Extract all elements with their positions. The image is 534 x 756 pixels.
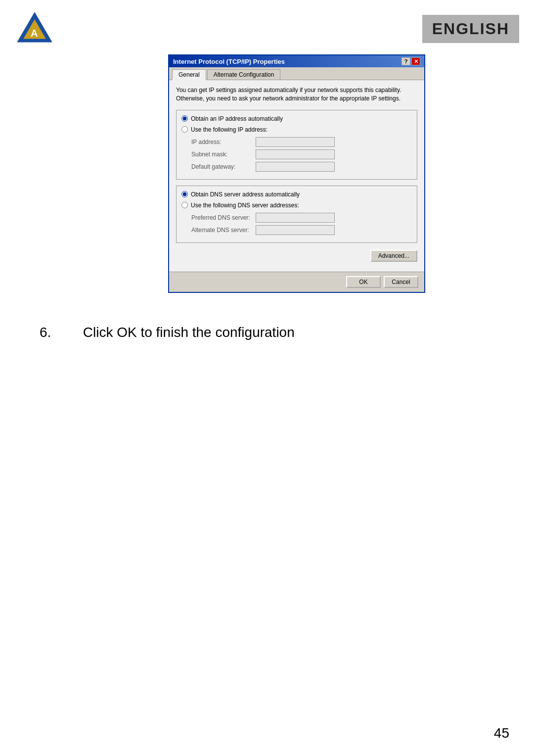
preferred-dns-row: Preferred DNS server:: [181, 213, 412, 223]
dialog-content: You can get IP settings assigned automat…: [169, 80, 424, 272]
step-number: 6.: [40, 323, 79, 342]
ok-button[interactable]: OK: [346, 276, 381, 288]
radio-use-following-dns[interactable]: Use the following DNS server addresses:: [181, 202, 412, 209]
dns-section: Obtain DNS server address automatically …: [176, 186, 417, 243]
step-instruction: 6. Click OK to finish the configuration: [0, 308, 534, 352]
close-button[interactable]: ✕: [411, 57, 420, 65]
tab-alternate-config[interactable]: Alternate Configuration: [207, 69, 281, 80]
help-button[interactable]: ?: [401, 57, 410, 65]
subnet-mask-label: Subnet mask:: [191, 151, 256, 158]
ip-address-row: IP address:: [181, 137, 412, 147]
default-gateway-input[interactable]: [256, 162, 335, 172]
radio-manual-dns-input[interactable]: [181, 202, 188, 208]
advanced-button[interactable]: Advanced...: [370, 250, 417, 262]
radio-auto-dns-input[interactable]: [181, 191, 188, 197]
step-text: Click OK to finish the configuration: [83, 325, 295, 340]
page-number: 45: [494, 725, 509, 741]
dialog-title: Internet Protocol (TCP/IP) Properties: [173, 58, 285, 65]
language-badge: ENGLISH: [422, 15, 519, 43]
preferred-dns-input[interactable]: [256, 213, 335, 223]
ip-section: Obtain an IP address automatically Use t…: [176, 110, 417, 180]
radio-obtain-dns-auto[interactable]: Obtain DNS server address automatically: [181, 191, 412, 198]
titlebar-buttons: ? ✕: [401, 57, 420, 65]
svg-text:A: A: [31, 28, 38, 39]
dialog-titlebar: Internet Protocol (TCP/IP) Properties ? …: [169, 55, 424, 67]
alternate-dns-input[interactable]: [256, 225, 335, 235]
radio-manual-ip-input[interactable]: [181, 126, 188, 133]
radio-auto-ip-input[interactable]: [181, 115, 188, 122]
logo: A: [15, 10, 59, 49]
tab-general[interactable]: General: [172, 69, 206, 80]
alternate-dns-row: Alternate DNS server:: [181, 225, 412, 235]
alternate-dns-label: Alternate DNS server:: [191, 227, 256, 234]
tab-bar: General Alternate Configuration: [169, 67, 424, 80]
dialog-footer: OK Cancel: [169, 272, 424, 292]
ip-address-label: IP address:: [191, 139, 256, 145]
default-gateway-row: Default gateway:: [181, 162, 412, 172]
subnet-mask-input[interactable]: [256, 149, 335, 159]
radio-use-following-ip[interactable]: Use the following IP address:: [181, 126, 412, 133]
dialog-wrapper: Internet Protocol (TCP/IP) Properties ? …: [0, 54, 534, 308]
ip-address-input[interactable]: [256, 137, 335, 147]
tcp-ip-dialog: Internet Protocol (TCP/IP) Properties ? …: [168, 54, 425, 293]
advanced-row: Advanced...: [176, 250, 417, 262]
preferred-dns-label: Preferred DNS server:: [191, 214, 256, 221]
page-header: A ENGLISH: [0, 0, 534, 54]
info-text: You can get IP settings assigned automat…: [176, 86, 417, 103]
cancel-button[interactable]: Cancel: [384, 276, 418, 288]
radio-obtain-ip-auto[interactable]: Obtain an IP address automatically: [181, 115, 412, 122]
default-gateway-label: Default gateway:: [191, 163, 256, 170]
subnet-mask-row: Subnet mask:: [181, 149, 412, 159]
